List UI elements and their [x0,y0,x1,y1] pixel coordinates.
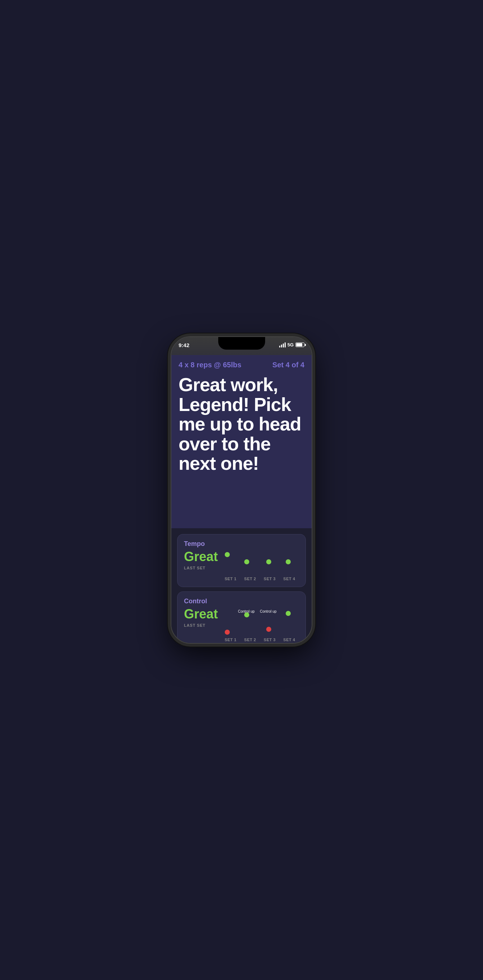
control-dot-red-3 [266,627,271,632]
set-indicator: Set 4 of 4 [272,361,305,369]
tempo-dot-2 [244,559,249,564]
status-bar: 9:42 5G [172,337,311,355]
signal-icon [279,342,286,347]
header-section: 4 x 8 reps @ 65lbs Set 4 of 4 Great work… [172,355,311,528]
stats-section: Tempo Great LAST SET [172,528,311,643]
tempo-last-set: LAST SET [184,566,218,570]
tempo-dot-3 [266,559,271,564]
tempo-chart: SET 1 SET 2 SET 3 SET 4 [221,549,299,581]
battery-fill [296,343,302,347]
battery-icon [296,342,305,347]
control-card: Control Great LAST SET Control up Contro… [177,592,306,643]
phone-frame: 9:42 5G 4 x 8 reps @ 65lbs Set 4 of 4 Gr… [171,336,312,644]
control-set-label-4: SET 4 [280,638,299,642]
status-time: 9:42 [178,342,189,348]
control-category: Control [184,598,299,605]
tempo-set-labels: SET 1 SET 2 SET 3 SET 4 [221,577,299,581]
control-card-body: Great LAST SET Control up Control up [184,606,299,642]
control-dots-area: Control up Control up [221,609,299,635]
tempo-set-label-3: SET 3 [260,577,280,581]
control-set-labels: SET 1 SET 2 SET 3 SET 4 [221,638,299,642]
control-dot-red-1 [225,630,230,635]
control-last-set: LAST SET [184,623,218,627]
tempo-dots-area [221,552,299,574]
network-label: 5G [288,342,294,347]
control-annotation-2: Control up [260,609,276,613]
control-value: Great [184,606,218,622]
tempo-dot-4 [286,559,291,564]
control-left: Great LAST SET [184,606,218,642]
tempo-category: Tempo [184,540,299,548]
tempo-set-label-1: SET 1 [221,577,240,581]
status-right-icons: 5G [279,342,305,347]
motivation-text: Great work, Legend! Pick me up to head o… [178,375,305,473]
tempo-set-label-4: SET 4 [280,577,299,581]
control-set-label-3: SET 3 [260,638,280,642]
control-set-label-2: SET 2 [240,638,260,642]
tempo-value: Great [184,549,218,564]
control-set-label-1: SET 1 [221,638,240,642]
tempo-set-label-2: SET 2 [240,577,260,581]
control-chart: Control up Control up [221,606,299,642]
control-dot-green-2 [244,612,249,617]
workout-meta: 4 x 8 reps @ 65lbs Set 4 of 4 [178,361,305,369]
tempo-card: Tempo Great LAST SET [177,534,306,587]
tempo-left: Great LAST SET [184,549,218,581]
workout-details: 4 x 8 reps @ 65lbs [178,361,242,369]
tempo-dot-1 [225,552,230,557]
control-dot-green-4 [286,611,291,616]
tempo-card-body: Great LAST SET [184,549,299,581]
main-content[interactable]: 4 x 8 reps @ 65lbs Set 4 of 4 Great work… [172,355,311,643]
